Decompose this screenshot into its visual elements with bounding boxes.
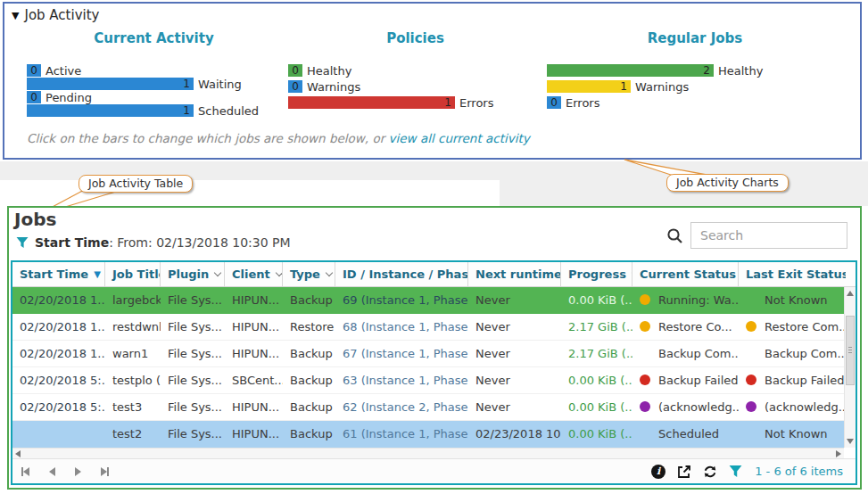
chart-group-policies: Policies0Healthy0Warnings1Errors xyxy=(288,30,542,112)
next-page-button[interactable] xyxy=(75,467,81,476)
cell-last-exit-status: Not Known xyxy=(739,287,846,313)
chart-bar-errors[interactable]: 1 xyxy=(288,96,455,109)
column-header-id-instance-phase[interactable]: ID / Instance / Phase xyxy=(335,262,468,286)
info-icon[interactable]: i xyxy=(651,465,665,479)
previous-page-button[interactable] xyxy=(49,467,55,476)
chevron-down-icon[interactable] xyxy=(326,269,333,276)
chart-bar-row: 1Errors xyxy=(288,96,542,109)
cell-type: Backup xyxy=(283,287,335,313)
cell-id-instance-phase: 69 (Instance 1, Phase 1) xyxy=(335,287,468,313)
chart-bar-errors[interactable]: 0 xyxy=(547,96,561,109)
scroll-right-icon[interactable] xyxy=(836,450,841,457)
first-page-button[interactable] xyxy=(21,467,29,476)
column-header-job-title[interactable]: Job Title xyxy=(105,262,161,286)
chart-group-current-activity: Current Activity0Active1Waiting0Pending1… xyxy=(27,30,281,118)
cell-current-status: Backup Com... xyxy=(632,341,739,366)
chart-bar-label: Healthy xyxy=(718,64,763,78)
scroll-up-icon[interactable] xyxy=(847,291,854,296)
jobs-grid-rows: 02/20/2018 1...largebck...File Sys...HIP… xyxy=(12,287,844,448)
cell-type: Backup xyxy=(283,367,335,393)
refresh-icon[interactable] xyxy=(703,465,717,479)
status-text: Not Known xyxy=(765,427,828,440)
chart-bar-row: 2Healthy xyxy=(547,64,843,77)
scroll-left-icon[interactable] xyxy=(15,450,21,457)
column-header-client[interactable]: Client xyxy=(225,262,283,286)
export-icon[interactable] xyxy=(677,465,691,479)
view-all-current-activity-link[interactable]: view all current activity xyxy=(389,131,530,145)
cell-current-status: Backup Failed xyxy=(632,367,739,393)
chart-bar-label: Errors xyxy=(566,96,599,110)
column-header-label: Job Title xyxy=(112,268,161,281)
status-dot-placeholder xyxy=(640,428,650,439)
chart-bar-pending[interactable]: 0 xyxy=(27,91,41,103)
sort-descending-icon: ▼ xyxy=(94,269,101,279)
table-row[interactable]: 02/20/2018 5:...test3File Sys...HIPUN...… xyxy=(12,394,844,421)
chart-bar-row: 0Warnings xyxy=(288,80,542,93)
chart-bar-healthy[interactable]: 0 xyxy=(288,64,302,77)
cell-id-instance-phase: 61 (Instance 1, Phase 1) xyxy=(335,421,468,447)
column-header-last-exit-status[interactable]: Last Exit Status xyxy=(739,262,846,286)
chart-bar-warnings[interactable]: 1 xyxy=(547,80,631,93)
chart-bar-row: 0Healthy xyxy=(288,64,542,77)
cell-last-exit-status: (acknowledg... xyxy=(739,394,846,420)
chart-group-regular-jobs: Regular Jobs2Healthy1Warnings0Errors xyxy=(547,30,843,112)
column-header-label: Client xyxy=(232,268,270,281)
chart-bar-label: Pending xyxy=(45,91,92,104)
vertical-scrollbar-thumb[interactable] xyxy=(846,316,855,385)
cell-plugin: File Sys... xyxy=(161,421,225,447)
chart-bar-waiting[interactable]: 1 xyxy=(27,78,194,90)
cell-progress: 0.00 KiB (... xyxy=(561,421,632,447)
chart-bar-label: Warnings xyxy=(307,80,360,94)
cell-id-instance-phase: 63 (Instance 1, Phase 1) xyxy=(335,367,468,393)
column-header-next-runtime[interactable]: Next runtime xyxy=(468,262,561,286)
scroll-down-icon[interactable] xyxy=(847,439,854,444)
chart-bar-label: Active xyxy=(45,64,81,78)
column-header-progress[interactable]: Progress xyxy=(561,262,632,286)
chart-bar-active[interactable]: 0 xyxy=(27,64,41,77)
status-text: Backup Failed xyxy=(658,374,739,387)
column-header-current-status[interactable]: Current Status xyxy=(632,262,739,286)
cell-type: Backup xyxy=(283,421,335,447)
column-header-start-time[interactable]: Start Time▼ xyxy=(12,262,105,286)
table-row[interactable]: 02/20/2018 1...largebck...File Sys...HIP… xyxy=(12,287,844,314)
last-page-button[interactable] xyxy=(101,467,109,476)
search-icon xyxy=(666,227,683,244)
table-row[interactable]: 02/20/2018 1...warn1File Sys...HIPUN...B… xyxy=(12,341,844,367)
filter-funnel-icon[interactable] xyxy=(729,465,742,478)
cell-last-exit-status: Backup Failed xyxy=(739,367,846,393)
chevron-down-icon[interactable] xyxy=(276,269,283,276)
cell-job-title: largebck... xyxy=(105,287,161,313)
cell-start-time: 02/20/2018 1... xyxy=(12,341,105,366)
chart-bar-row: 1Warnings xyxy=(547,80,843,93)
chart-bar-row: 0Active xyxy=(27,64,281,77)
status-text: (acknowledg... xyxy=(765,400,846,414)
status-text: Backup Com... xyxy=(658,347,739,360)
column-header-plugin[interactable]: Plugin xyxy=(161,262,225,286)
chart-bar-warnings[interactable]: 0 xyxy=(288,80,302,93)
cell-job-title: test2 xyxy=(105,421,161,447)
chart-bar-scheduled[interactable]: 1 xyxy=(27,104,194,117)
search-input[interactable] xyxy=(690,222,847,249)
column-header-type[interactable]: Type xyxy=(283,262,335,286)
active-filter: Start Time: From: 02/13/2018 10:30 PM xyxy=(16,235,291,250)
cell-next-runtime: Never xyxy=(468,341,561,366)
cell-current-status: Scheduled xyxy=(632,421,739,447)
table-row[interactable]: 02/20/2018 5:...testplo (...File Sys...S… xyxy=(12,367,844,394)
chart-bar-healthy[interactable]: 2 xyxy=(547,64,714,77)
table-row[interactable]: test2File Sys...HIPUN...Backup61 (Instan… xyxy=(12,421,844,448)
collapse-arrow-icon[interactable]: ▼ xyxy=(12,10,19,21)
filter-funnel-icon xyxy=(16,236,29,249)
job-activity-panel-header[interactable]: ▼ Job Activity xyxy=(12,7,99,23)
status-dot-placeholder xyxy=(746,348,756,358)
horizontal-scrollbar[interactable] xyxy=(12,448,844,459)
cell-progress: 0.00 KiB (... xyxy=(561,367,632,393)
table-row[interactable]: 02/20/2018 1...restdwnldFile Sys...HIPUN… xyxy=(12,314,844,341)
column-header-label: Start Time xyxy=(20,268,88,281)
vertical-scrollbar[interactable] xyxy=(844,287,856,448)
chevron-down-icon[interactable] xyxy=(214,269,221,276)
jobs-panel: Jobs Start Time: From: 02/13/2018 10:30 … xyxy=(7,206,862,490)
chart-group-title: Policies xyxy=(288,30,542,46)
status-dot-icon xyxy=(746,375,756,385)
chart-bar-row: 1Waiting xyxy=(27,78,281,90)
column-header-label: Plugin xyxy=(168,268,209,281)
